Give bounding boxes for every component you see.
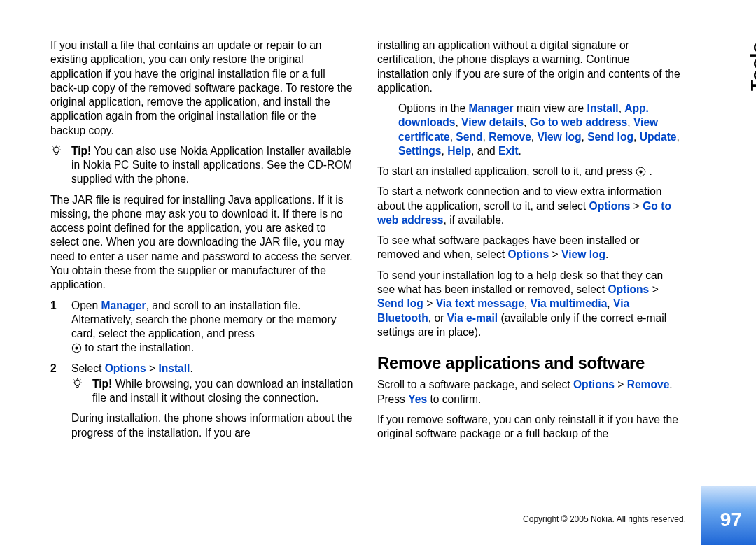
text: Open xyxy=(71,299,101,311)
text: to confirm. xyxy=(427,393,481,405)
menu-option: Options xyxy=(507,248,549,260)
menu-option: Yes xyxy=(408,393,427,405)
text: During installation, the phone shows inf… xyxy=(71,412,352,438)
menu-option: Send log xyxy=(377,297,424,309)
text: Options in the xyxy=(398,102,469,114)
text: , and xyxy=(471,145,498,157)
menu-option: Options xyxy=(573,378,615,390)
menu-option: View log xyxy=(561,248,606,260)
list-number: 2 xyxy=(50,362,67,376)
separator: > xyxy=(146,362,159,374)
menu-option: Install xyxy=(158,362,190,374)
text: . xyxy=(190,362,192,374)
page-tab: 97 xyxy=(701,486,756,545)
text: To start an installed application, scrol… xyxy=(377,165,636,177)
tip-text: While browsing, you can download an inst… xyxy=(92,378,353,404)
menu-option: Update xyxy=(640,131,677,143)
text: to start the installation. xyxy=(82,341,194,353)
menu-option: Remove xyxy=(489,131,531,143)
separator: > xyxy=(549,248,561,260)
menu-name: Manager xyxy=(469,102,514,114)
separator: > xyxy=(615,378,627,390)
paragraph: To send your installation log to a help … xyxy=(377,269,680,339)
paragraph: Scroll to a software package, and select… xyxy=(377,378,680,406)
paragraph: installing an application without a digi… xyxy=(377,38,680,95)
menu-option: Via text message xyxy=(436,297,524,309)
menu-option: Via e-mail xyxy=(447,312,498,324)
menu-option: Send xyxy=(456,131,482,143)
paragraph: If you install a file that contains an u… xyxy=(50,38,354,138)
menu-option: Options xyxy=(105,362,146,374)
separator: > xyxy=(630,200,643,212)
text: . xyxy=(646,165,652,177)
list-number: 1 xyxy=(50,299,67,313)
tip-label: Tip! xyxy=(92,378,112,390)
menu-option: Go to web address xyxy=(530,116,628,128)
separator: > xyxy=(424,297,436,309)
lightbulb-icon xyxy=(71,378,83,390)
separator: > xyxy=(649,283,658,295)
menu-option: Options xyxy=(608,283,649,295)
tip-block: Tip! While browsing, you can download an… xyxy=(50,377,354,406)
menu-option: Options xyxy=(589,200,631,212)
menu-name: Manager xyxy=(101,299,146,311)
menu-option: Install xyxy=(587,102,619,114)
options-list: Options in the Manager main view are Ins… xyxy=(377,101,680,158)
lightbulb-icon xyxy=(50,145,62,157)
text: main view are xyxy=(514,102,587,114)
paragraph: If you remove software, you can only rei… xyxy=(377,413,680,441)
tip-text: You can also use Nokia Application Insta… xyxy=(71,145,352,185)
text: , xyxy=(607,297,613,309)
section-heading: Remove applications and software xyxy=(377,352,680,374)
menu-option: Send log xyxy=(587,131,634,143)
page: If you install a file that contains an u… xyxy=(50,38,680,521)
text: Scroll to a software package, and select xyxy=(377,378,573,390)
copyright-text: Copyright © 2005 Nokia. All rights reser… xyxy=(523,514,686,525)
menu-option: View log xyxy=(538,131,582,143)
text: , xyxy=(524,297,531,309)
text: , or xyxy=(428,312,447,324)
joystick-icon xyxy=(636,167,646,177)
menu-option: Exit xyxy=(498,145,519,157)
paragraph: To see what software packages have been … xyxy=(377,234,680,262)
text: . xyxy=(606,248,608,260)
vertical-rule xyxy=(701,38,701,486)
menu-option: Via multimedia xyxy=(531,297,608,309)
text-columns: If you install a file that contains an u… xyxy=(50,38,680,497)
joystick-icon xyxy=(71,343,82,353)
menu-option: Remove xyxy=(627,378,670,390)
list-item-continuation: During installation, the phone shows inf… xyxy=(50,411,354,440)
tip-block: Tip! You can also use Nokia Application … xyxy=(50,144,354,187)
section-title-sidebar: Tools xyxy=(746,42,756,91)
paragraph: To start an installed application, scrol… xyxy=(377,164,680,178)
tip-label: Tip! xyxy=(71,145,91,157)
page-number: 97 xyxy=(720,507,742,532)
paragraph: To start a network connection and to vie… xyxy=(377,185,680,227)
list-item: 1 Open Manager, and scroll to an install… xyxy=(50,299,354,355)
menu-option: Settings xyxy=(398,145,442,157)
list-item: 2 Select Options > Install. xyxy=(50,362,354,376)
text: Select xyxy=(71,362,105,374)
text: installing an application without a digi… xyxy=(377,39,680,94)
paragraph: The JAR file is required for installing … xyxy=(50,193,354,292)
menu-option: View details xyxy=(461,116,524,128)
text: , if available. xyxy=(443,214,504,226)
menu-option: Help xyxy=(447,145,471,157)
